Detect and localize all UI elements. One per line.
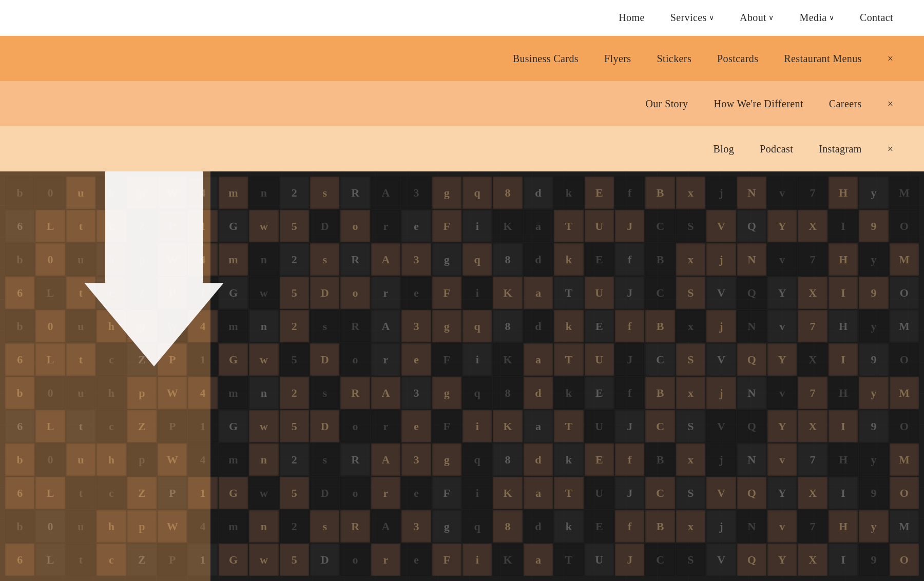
- letterpress-block: o: [340, 210, 370, 242]
- letterpress-block: q: [463, 443, 492, 476]
- services-stickers[interactable]: Stickers: [657, 53, 691, 65]
- letterpress-block: A: [371, 510, 400, 543]
- letterpress-block: N: [737, 310, 766, 342]
- services-flyers[interactable]: Flyers: [604, 53, 631, 65]
- letterpress-block: o: [340, 477, 370, 509]
- letterpress-block: j: [706, 443, 736, 476]
- letterpress-block: N: [737, 177, 766, 209]
- letterpress-block: K: [493, 277, 522, 309]
- letterpress-block: d: [524, 177, 553, 209]
- about-chevron-icon: ∨: [768, 13, 774, 22]
- about-how-different[interactable]: How We're Different: [714, 98, 803, 110]
- letterpress-block: s: [310, 310, 339, 342]
- letterpress-block: y: [859, 243, 888, 276]
- letterpress-block: V: [706, 544, 736, 576]
- services-postcards[interactable]: Postcards: [717, 53, 758, 65]
- letterpress-block: E: [585, 243, 614, 276]
- services-dropdown: Business Cards Flyers Stickers Postcards…: [0, 36, 924, 81]
- letterpress-block: 5: [280, 210, 309, 242]
- letterpress-block: 8: [493, 177, 522, 209]
- letterpress-block: e: [401, 210, 431, 242]
- letterpress-block: F: [432, 410, 461, 442]
- letterpress-block: K: [493, 210, 522, 242]
- services-close-button[interactable]: ×: [888, 53, 893, 65]
- letterpress-block: H: [829, 310, 858, 342]
- letterpress-block: H: [829, 510, 858, 543]
- letterpress-block: k: [554, 243, 583, 276]
- letterpress-block: 8: [493, 310, 522, 342]
- media-close-button[interactable]: ×: [888, 143, 893, 155]
- letterpress-block: M: [890, 443, 919, 476]
- letterpress-block: Y: [767, 343, 797, 376]
- letterpress-block: 5: [280, 277, 309, 309]
- letterpress-block: k: [554, 443, 583, 476]
- letterpress-block: D: [310, 210, 339, 242]
- letterpress-block: g: [432, 177, 461, 209]
- services-business-cards[interactable]: Business Cards: [513, 53, 579, 65]
- letterpress-block: U: [585, 477, 614, 509]
- letterpress-block: R: [340, 510, 370, 543]
- letterpress-block: Y: [767, 544, 797, 576]
- letterpress-block: w: [249, 343, 278, 376]
- letterpress-block: U: [585, 410, 614, 442]
- letterpress-block: q: [463, 310, 492, 342]
- letterpress-block: 2: [280, 177, 309, 209]
- letterpress-block: r: [371, 477, 400, 509]
- nav-about[interactable]: About ∨: [740, 12, 774, 24]
- letterpress-block: n: [249, 510, 278, 543]
- letterpress-block: a: [524, 210, 553, 242]
- letterpress-block: X: [798, 210, 827, 242]
- media-blog[interactable]: Blog: [714, 143, 735, 155]
- letterpress-block: T: [554, 544, 583, 576]
- letterpress-block: r: [371, 277, 400, 309]
- nav-services[interactable]: Services ∨: [670, 12, 714, 24]
- letterpress-block: I: [829, 544, 858, 576]
- letterpress-block: A: [371, 243, 400, 276]
- services-chevron-icon: ∨: [709, 13, 714, 22]
- letterpress-block: C: [645, 343, 675, 376]
- letterpress-block: O: [890, 477, 919, 509]
- letterpress-block: F: [432, 343, 461, 376]
- letterpress-block: C: [645, 277, 675, 309]
- letterpress-block: S: [676, 210, 705, 242]
- letterpress-block: k: [554, 177, 583, 209]
- letterpress-block: J: [615, 210, 644, 242]
- letterpress-block: V: [706, 477, 736, 509]
- nav-home[interactable]: Home: [619, 12, 644, 24]
- letterpress-block: a: [524, 277, 553, 309]
- letterpress-block: 3: [401, 377, 431, 409]
- services-restaurant-menus[interactable]: Restaurant Menus: [784, 53, 861, 65]
- about-close-button[interactable]: ×: [888, 98, 893, 110]
- letterpress-block: A: [371, 377, 400, 409]
- letterpress-block: U: [585, 544, 614, 576]
- nav-media[interactable]: Media ∨: [799, 12, 834, 24]
- letterpress-block: U: [585, 277, 614, 309]
- letterpress-block: C: [645, 410, 675, 442]
- letterpress-block: a: [524, 477, 553, 509]
- letterpress-block: a: [524, 343, 553, 376]
- letterpress-block: E: [585, 377, 614, 409]
- letterpress-block: 9: [859, 210, 888, 242]
- letterpress-block: 9: [859, 477, 888, 509]
- nav-contact[interactable]: Contact: [860, 12, 893, 24]
- about-careers[interactable]: Careers: [829, 98, 862, 110]
- letterpress-block: f: [615, 243, 644, 276]
- letterpress-block: K: [493, 544, 522, 576]
- letterpress-block: i: [463, 343, 492, 376]
- letterpress-block: K: [493, 343, 522, 376]
- about-our-story[interactable]: Our Story: [645, 98, 688, 110]
- letterpress-block: n: [249, 177, 278, 209]
- letterpress-block: A: [371, 443, 400, 476]
- letterpress-block: J: [615, 277, 644, 309]
- media-podcast[interactable]: Podcast: [760, 143, 793, 155]
- letterpress-block: F: [432, 544, 461, 576]
- letterpress-block: i: [463, 544, 492, 576]
- media-dropdown: Blog Podcast Instagram ×: [0, 126, 924, 171]
- letterpress-block: a: [524, 410, 553, 442]
- letterpress-block: j: [706, 177, 736, 209]
- letterpress-block: k: [554, 510, 583, 543]
- letterpress-block: r: [371, 410, 400, 442]
- media-instagram[interactable]: Instagram: [819, 143, 862, 155]
- letterpress-block: J: [615, 343, 644, 376]
- letterpress-block: K: [493, 477, 522, 509]
